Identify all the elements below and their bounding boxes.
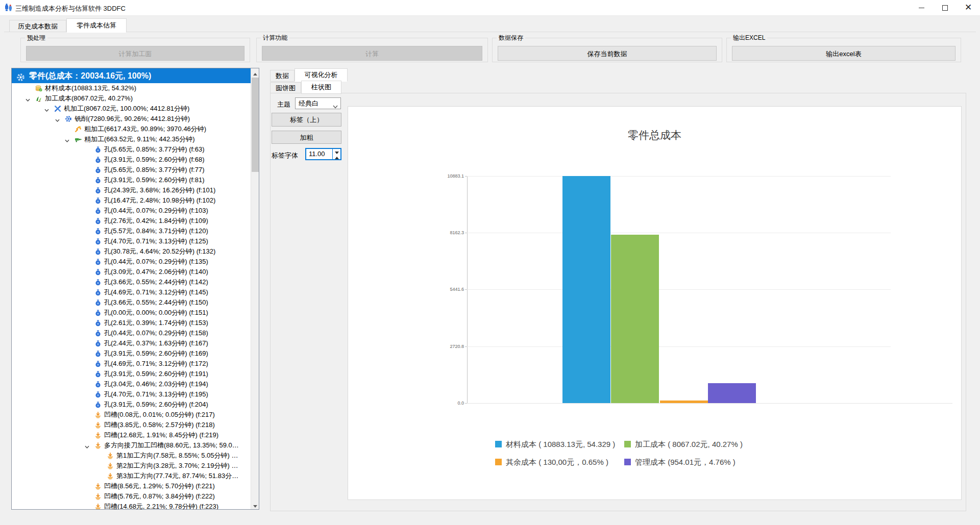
money-bag-icon — [94, 391, 102, 398]
group-export-excel: 输出EXCEL 输出excel表 — [726, 38, 961, 62]
groove-icon — [94, 442, 102, 449]
gridline — [467, 289, 891, 290]
theme-select[interactable]: 经典白 — [295, 97, 341, 109]
tree-item[interactable]: 孔(3.66元, 0.55%; 2.44分钟) (f:142) — [12, 277, 251, 287]
tree-item[interactable]: 凹槽(14.68元, 2.21%; 9.78分钟) (f:223) — [12, 502, 251, 509]
tree-item-label: 孔(4.70元, 0.71%; 3.13分钟) (f:195) — [104, 389, 208, 399]
group-save: 数据保存 保存当前数据 — [492, 38, 722, 62]
title-bar: 三维制造成本分析与估算软件 3DDFC ✕ — [0, 0, 980, 16]
tree-scrollbar[interactable] — [251, 68, 259, 509]
calculate-button[interactable]: 计算 — [262, 46, 482, 61]
tree-item[interactable]: 粗加工(6617.43元, 90.89%; 3970.46分钟) — [12, 124, 251, 134]
tree-item[interactable]: 材料成本(10883.13元, 54.32%) — [12, 83, 251, 93]
tree-item-label: 孔(3.91元, 0.59%; 2.60分钟) (f:169) — [104, 348, 208, 359]
plant-icon — [35, 95, 42, 102]
tree-item[interactable]: 孔(4.69元, 0.71%; 3.12分钟) (f:145) — [12, 287, 251, 297]
tree-item[interactable]: 铣削(7280.96元, 90.26%; 4412.81分钟) — [12, 114, 251, 124]
tree-item[interactable]: 凹槽(8.56元, 1.29%; 5.70分钟) (f:221) — [12, 481, 251, 491]
tree-item[interactable]: 孔(24.39元, 3.68%; 16.26分钟) (f:101) — [12, 185, 251, 195]
tree-item[interactable]: 孔(4.69元, 0.71%; 3.12分钟) (f:172) — [12, 359, 251, 369]
chevron-expanded-icon[interactable] — [55, 116, 60, 122]
tree-item[interactable]: 凹槽(12.68元, 1.91%; 8.45分钟) (f:219) — [12, 430, 251, 440]
tree-item[interactable]: 孔(3.09元, 0.47%; 2.06分钟) (f:140) — [12, 267, 251, 277]
spinner-down-icon[interactable] — [333, 154, 340, 159]
minimize-button[interactable] — [910, 0, 933, 15]
groove-icon — [107, 462, 114, 469]
maximize-button[interactable] — [933, 0, 957, 15]
bar-加工成本 — [611, 235, 659, 403]
tab-bar-chart[interactable]: 柱状图 — [301, 81, 341, 94]
tree-item-label: 孔(3.91元, 0.59%; 2.60分钟) (f:204) — [104, 399, 208, 410]
tab-history-cost-data[interactable]: 历史成本数据 — [9, 20, 66, 32]
money-bag-icon — [94, 156, 102, 163]
group-calculate-title: 计算功能 — [261, 34, 289, 42]
label-font-size-spinner[interactable]: 11.00 — [305, 148, 341, 160]
tree-item[interactable]: 孔(5.57元, 0.84%; 3.71分钟) (f:120) — [12, 226, 251, 236]
tree-item[interactable]: 孔(3.91元, 0.59%; 2.60分钟) (f:68) — [12, 155, 251, 165]
chevron-expanded-icon[interactable] — [84, 443, 90, 448]
font-size-value: 11.00 — [309, 150, 325, 158]
tree-item[interactable]: 孔(3.91元, 0.59%; 2.60分钟) (f:81) — [12, 175, 251, 185]
legend-swatch-icon — [624, 441, 631, 447]
tree-item[interactable]: 第2加工方向(3.28元, 3.70%; 2.19分钟) … — [12, 461, 251, 471]
scrollbar-thumb[interactable] — [252, 78, 259, 172]
tree-item[interactable]: 孔(4.70元, 0.71%; 3.13分钟) (f:195) — [12, 389, 251, 399]
y-tick-label: 0.0 — [435, 401, 464, 406]
close-button[interactable]: ✕ — [957, 0, 980, 15]
tree-item-label: 孔(3.04元, 0.46%; 2.03分钟) (f:194) — [104, 379, 208, 389]
theme-label: 主题 — [277, 100, 290, 109]
legend-item: 材料成本 ( 10883.13元, 54.329 ) — [495, 440, 615, 450]
tree-item[interactable]: 多方向接刀加工凹槽(88.60元, 13.35%; 59.0… — [12, 440, 251, 451]
tree-item[interactable]: 孔(0.44元, 0.07%; 0.29分钟) (f:103) — [12, 206, 251, 216]
tree-item[interactable]: 孔(3.91元, 0.59%; 2.60分钟) (f:191) — [12, 369, 251, 379]
tree-item[interactable]: 凹槽(5.76元, 0.87%; 3.84分钟) (f:222) — [12, 491, 251, 502]
tree-item[interactable]: 孔(0.44元, 0.07%; 0.29分钟) (f:158) — [12, 328, 251, 338]
label-font-size-label: 标签字体 — [272, 151, 298, 160]
tree-item[interactable]: 孔(3.91元, 0.59%; 2.60分钟) (f:169) — [12, 348, 251, 359]
tree-item[interactable]: 孔(4.70元, 0.71%; 3.13分钟) (f:125) — [12, 236, 251, 246]
tree-item[interactable]: 孔(0.44元, 0.07%; 0.29分钟) (f:135) — [12, 257, 251, 267]
chevron-expanded-icon[interactable] — [25, 96, 31, 102]
tab-data[interactable]: 数据 — [270, 70, 295, 82]
tree-item-label: 孔(4.69元, 0.71%; 3.12分钟) (f:145) — [104, 287, 208, 297]
tree-item[interactable]: 孔(3.04元, 0.46%; 2.03分钟) (f:194) — [12, 379, 251, 389]
tab-visual-analysis[interactable]: 可视化分析 — [295, 68, 348, 82]
tree-item[interactable]: 机加工(8067.02元, 100.00%; 4412.81分钟) — [12, 104, 251, 114]
tree-item[interactable]: 孔(3.91元, 0.59%; 2.60分钟) (f:204) — [12, 399, 251, 410]
tree-item[interactable]: 孔(16.47元, 2.48%; 10.98分钟) (f:102) — [12, 195, 251, 206]
legend-swatch-icon — [624, 459, 631, 465]
tree-item[interactable]: 精加工(663.52元, 9.11%; 442.35分钟) — [12, 134, 251, 144]
tree-root-item[interactable]: 零件(总成本：20034.16元, 100%) — [12, 68, 251, 83]
compute-machining-face-button[interactable]: 计算加工面 — [26, 46, 244, 61]
tree-item[interactable]: 孔(30.78元, 4.64%; 20.52分钟) (f:132) — [12, 246, 251, 257]
tree-item[interactable]: 孔(5.65元, 0.85%; 3.77分钟) (f:63) — [12, 144, 251, 155]
y-tick-label: 10883.1 — [435, 173, 464, 179]
save-current-data-button[interactable]: 保存当前数据 — [498, 46, 717, 61]
tree-item-label: 精加工(663.52元, 9.11%; 442.35分钟) — [84, 134, 195, 144]
tree-item[interactable]: 加工成本(8067.02元, 40.27%) — [12, 93, 251, 104]
tree-item-label: 孔(30.78元, 4.64%; 20.52分钟) (f:132) — [104, 246, 215, 257]
tree-item[interactable]: 孔(5.65元, 0.85%; 3.77分钟) (f:77) — [12, 165, 251, 175]
export-excel-button[interactable]: 输出excel表 — [732, 46, 955, 61]
scroll-down-icon[interactable] — [251, 501, 259, 509]
tree-item-label: 孔(4.69元, 0.71%; 3.12分钟) (f:172) — [104, 359, 208, 369]
bold-button[interactable]: 加粗 — [272, 131, 341, 144]
y-tick-mark — [465, 233, 467, 233]
tab-part-cost-estimate[interactable]: 零件成本估算 — [66, 18, 127, 33]
label-position-button[interactable]: 标签（上） — [272, 113, 341, 127]
legend-label: 管理成本 (954.01元，4.76% ) — [635, 458, 736, 466]
tree-item[interactable]: 孔(3.66元, 0.55%; 2.44分钟) (f:150) — [12, 297, 251, 308]
tree-item-label: 孔(5.57元, 0.84%; 3.71分钟) (f:120) — [104, 226, 208, 236]
tree-item[interactable]: 凹槽(0.08元, 0.01%; 0.05分钟) (f:217) — [12, 410, 251, 420]
tab-pie-chart[interactable]: 圆饼图 — [270, 82, 301, 94]
tree-item[interactable]: 第1加工方向(7.58元, 8.55%; 5.05分钟) … — [12, 451, 251, 461]
chevron-expanded-icon[interactable] — [44, 106, 50, 112]
scroll-up-icon[interactable] — [251, 68, 259, 77]
tree-item[interactable]: 第3加工方向(77.74元, 87.74%; 51.83分… — [12, 471, 251, 481]
tree-item[interactable]: 孔(2.61元, 0.39%; 1.74分钟) (f:153) — [12, 318, 251, 328]
tree-item[interactable]: 孔(2.76元, 0.42%; 1.84分钟) (f:109) — [12, 216, 251, 226]
tree-item[interactable]: 凹槽(3.85元, 0.58%; 2.57分钟) (f:218) — [12, 420, 251, 430]
tree-item[interactable]: 孔(2.44元, 0.37%; 1.63分钟) (f:167) — [12, 338, 251, 348]
chevron-expanded-icon[interactable] — [64, 137, 70, 142]
tree-item[interactable]: 孔(0.00元, 0.00%; 0.00分钟) (f:151) — [12, 308, 251, 318]
